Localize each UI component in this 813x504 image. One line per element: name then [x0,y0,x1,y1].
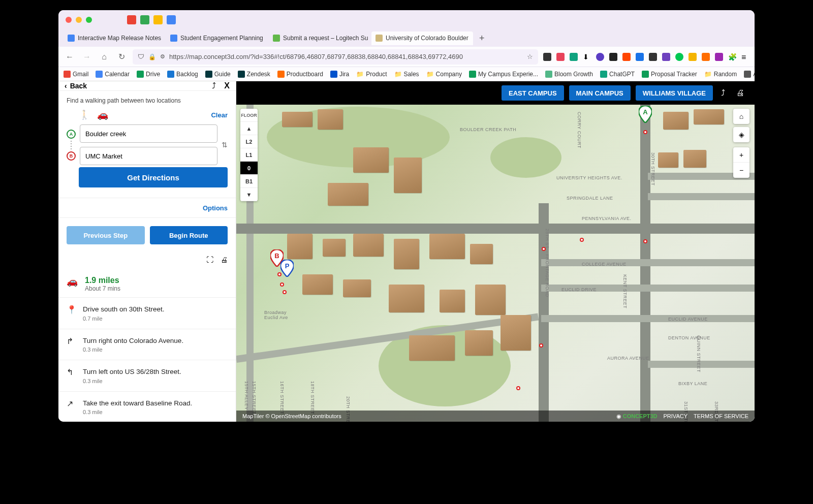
zoom-in-button[interactable]: + [733,147,749,163]
drive-mode-icon[interactable]: 🚗 [97,109,108,120]
to-input[interactable] [80,147,217,165]
floor-down-button[interactable]: ▼ [240,188,258,201]
swap-icon[interactable]: ⇅ [222,141,228,149]
direction-step[interactable]: ↰Turn left onto US 36/28th Street.0.3 mi… [58,360,236,392]
ext-icon[interactable] [675,53,683,61]
bookmark[interactable]: Guide [205,71,231,78]
previous-step-button[interactable]: Previous Step [67,226,145,244]
fullscreen-icon[interactable]: ⛶ [206,256,213,264]
forward-button[interactable]: → [81,51,93,63]
star-icon[interactable]: ☆ [527,53,533,60]
east-campus-button[interactable]: EAST CAMPUS [502,85,564,101]
ext-icon[interactable] [715,53,723,61]
ext-icon[interactable] [689,53,697,61]
svg-text:A: A [643,108,648,116]
home-map-button[interactable]: ⌂ [733,109,749,124]
street-label: DENTON AVENUE [668,335,710,340]
ext-icon[interactable] [543,53,551,61]
bookmark[interactable]: Bloom Growth [545,71,593,78]
bookmark[interactable]: Jira [330,71,349,78]
back-button[interactable]: ‹ Back [65,82,87,90]
back-button[interactable]: ← [64,51,76,63]
ext-icon[interactable] [662,53,670,61]
bookmark[interactable]: Calendar [96,71,130,78]
share-icon[interactable]: ⤴ [212,81,216,90]
street-label: 15TH STREET [252,381,257,415]
marker-a[interactable]: A [639,106,652,123]
bookmark[interactable]: 📁Company [426,71,462,78]
layers-button[interactable]: ◈ [733,127,749,142]
bookmark[interactable]: 📁Sales [394,71,419,78]
car-icon: 🚗 [67,276,78,292]
privacy-link[interactable]: PRIVACY [664,413,687,419]
browser-tab[interactable]: Submit a request – Logitech Su× [269,32,370,45]
bookmark[interactable]: Backlog [167,71,198,78]
ext-icon[interactable] [702,53,710,61]
direction-step[interactable]: ↱Turn right onto Colorado Avenue.0.3 mil… [58,329,236,361]
williams-village-button[interactable]: WILLIAMS VILLAGE [636,85,713,101]
direction-step[interactable]: ↗Take the exit toward Baseline Road.0.3 … [58,392,236,422]
walk-mode-icon[interactable]: 🚶 [79,109,90,120]
browser-tab[interactable]: Interactive Map Release Notes× [64,32,165,45]
ext-icon[interactable] [609,53,617,61]
route-markers: A B [67,130,76,161]
ext-icon[interactable] [636,53,644,61]
directions-sidebar: ‹ Back ⤴ X Find a walking path between t… [58,81,236,422]
ext-icon[interactable] [622,53,631,61]
url-input[interactable]: 🛡 🔒 ⚙ https://map.concept3d.com/?id=336#… [133,49,538,65]
print-icon[interactable]: 🖨 [733,88,747,98]
reload-button[interactable]: ↻ [115,51,128,63]
bookmark[interactable]: Gmail [64,71,88,78]
share-icon[interactable]: ⤴ [718,88,728,98]
options-link[interactable]: Options [203,204,228,212]
bookmark[interactable]: Drive [137,71,160,78]
shield-icon: 🛡 [138,53,144,60]
main-campus-button[interactable]: MAIN CAMPUS [569,85,631,101]
step-icon: ↱ [67,336,76,353]
map-topbar: EAST CAMPUS MAIN CAMPUS WILLIAMS VILLAGE… [236,81,755,105]
get-directions-button[interactable]: Get Directions [79,167,228,187]
home-button[interactable]: ⌂ [98,51,110,63]
bookmark[interactable]: My Campus Experie... [469,71,538,78]
marker-parking[interactable]: P [280,260,294,277]
terms-link[interactable]: TERMS OF SERVICE [694,413,748,419]
puzzle-icon[interactable]: 🧩 [728,53,736,61]
ext-icon[interactable] [649,53,657,61]
route-distance: 1.9 miles [85,276,120,285]
ext-icon[interactable] [556,53,565,61]
floor-l2[interactable]: L2 [240,135,258,148]
brand-logo[interactable]: CONCEPT3D [623,413,658,419]
bookmark[interactable]: Proposal Tracker [642,71,697,78]
street-label: KENT STREET [622,274,628,308]
close-window-button[interactable] [66,17,72,23]
floor-b1[interactable]: B1 [240,175,258,188]
download-icon[interactable]: ⬇ [583,53,591,61]
begin-route-button[interactable]: Begin Route [150,226,228,244]
floor-l1[interactable]: L1 [240,148,258,162]
floor-up-button[interactable]: ▲ [240,122,258,135]
new-tab-button[interactable]: + [474,33,490,44]
tabstrip: Interactive Map Release Notes× Student E… [58,29,755,47]
bookmark[interactable]: 📁Random [704,71,737,78]
menu-icon[interactable]: ≡ [741,53,749,61]
close-icon[interactable]: X [224,81,230,90]
bookmark[interactable]: Productboard [277,71,323,78]
browser-tab[interactable]: Student Engagement Planning× [166,32,268,45]
browser-tab-active[interactable]: University of Colorado Boulder× [371,32,473,45]
map-canvas[interactable]: EAST CAMPUS MAIN CAMPUS WILLIAMS VILLAGE… [236,81,755,422]
floor-0[interactable]: 0 [240,162,258,175]
maximize-window-button[interactable] [86,17,92,23]
print-icon[interactable]: 🖨 [221,256,228,264]
zoom-out-button[interactable]: − [733,163,749,178]
from-input[interactable] [80,124,217,143]
bookmark[interactable]: 📁Product [356,71,387,78]
bookmark[interactable]: ANDI [744,71,755,78]
bookmark[interactable]: Zendesk [238,71,270,78]
clear-button[interactable]: Clear [211,111,228,119]
ext-icon[interactable] [596,53,604,61]
direction-step[interactable]: 📍Drive south on 30th Street.0.7 mile [58,298,236,329]
minimize-window-button[interactable] [76,17,82,23]
street-label: BIXBY LANE [678,381,707,386]
ext-icon[interactable] [570,53,578,61]
bookmark[interactable]: ChatGPT [600,71,635,78]
